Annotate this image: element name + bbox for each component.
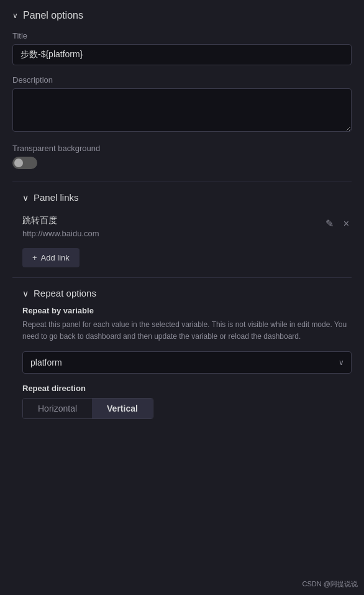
title-label: Title [12, 31, 352, 40]
repeat-options-title: Repeat options [34, 288, 96, 298]
link-item: 跳转百度 http://www.baidu.com ✎ × [22, 210, 352, 243]
repeat-by-variable-group: Repeat by variable Repeat this panel for… [22, 306, 352, 374]
repeat-description: Repeat this panel for each value in the … [22, 319, 352, 343]
edit-icon: ✎ [325, 218, 334, 229]
panel-options-chevron-icon: ∨ [12, 11, 18, 20]
divider-2 [12, 277, 352, 278]
panel-links-header[interactable]: ∨ Panel links [22, 192, 352, 203]
panel-options-header[interactable]: ∨ Panel options [12, 10, 352, 21]
repeat-by-label: Repeat by variable [22, 306, 352, 315]
horizontal-label: Horizontal [38, 404, 77, 413]
transparent-bg-toggle-row [12, 157, 352, 169]
repeat-direction-label: Repeat direction [22, 384, 352, 393]
description-textarea[interactable] [12, 88, 352, 132]
direction-vertical-button[interactable]: Vertical [92, 399, 153, 418]
link-url: http://www.baidu.com [22, 229, 99, 238]
title-field-group: Title [12, 31, 352, 65]
direction-horizontal-button[interactable]: Horizontal [23, 399, 92, 418]
delete-link-button[interactable]: × [341, 216, 352, 232]
repeat-direction-group: Repeat direction Horizontal Vertical [22, 384, 352, 419]
close-icon: × [344, 218, 349, 229]
description-field-group: Description [12, 75, 352, 134]
panel-links-section: ∨ Panel links 跳转百度 http://www.baidu.com … [12, 192, 352, 267]
description-label: Description [12, 75, 352, 85]
plus-icon: + [32, 253, 37, 262]
transparent-bg-group: Transparent background [12, 144, 352, 169]
watermark: CSDN @阿提说说 [303, 579, 358, 589]
link-title: 跳转百度 [22, 215, 99, 226]
panel-options-section: ∨ Panel options Title Description Transp… [12, 10, 352, 169]
variable-select[interactable]: platform [22, 351, 352, 374]
vertical-label: Vertical [107, 404, 138, 413]
variable-select-wrapper: platform ∨ [22, 351, 352, 374]
link-actions: ✎ × [323, 215, 352, 232]
divider-1 [12, 182, 352, 182]
panel-links-chevron-icon: ∨ [22, 193, 29, 203]
transparent-bg-label: Transparent background [12, 144, 352, 153]
title-input[interactable] [12, 44, 352, 65]
toggle-slider [12, 157, 37, 169]
add-link-button[interactable]: + Add link [22, 248, 80, 267]
edit-link-button[interactable]: ✎ [323, 215, 336, 232]
link-item-info: 跳转百度 http://www.baidu.com [22, 215, 99, 238]
add-link-label: Add link [41, 253, 70, 262]
transparent-bg-toggle[interactable] [12, 157, 37, 169]
direction-button-group: Horizontal Vertical [22, 398, 153, 419]
panel-settings: ∨ Panel options Title Description Transp… [0, 0, 364, 439]
repeat-options-chevron-icon: ∨ [22, 288, 29, 298]
repeat-options-header[interactable]: ∨ Repeat options [22, 288, 352, 298]
repeat-options-section: ∨ Repeat options Repeat by variable Repe… [12, 288, 352, 419]
panel-links-title: Panel links [34, 192, 79, 203]
panel-options-title: Panel options [23, 10, 83, 21]
